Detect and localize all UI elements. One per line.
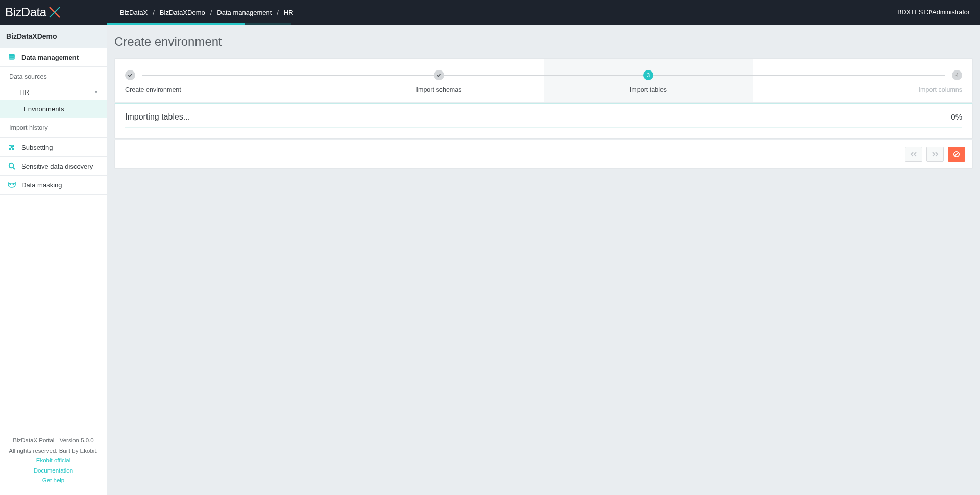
sidebar-item-sensitive-discovery[interactable]: Sensitive data discovery (0, 157, 107, 175)
search-icon (6, 162, 17, 170)
step-label: Create environment (125, 86, 334, 93)
step-import-columns: 4 Import columns (753, 70, 962, 93)
svg-point-4 (13, 184, 14, 185)
breadcrumb-sep: / (210, 9, 212, 16)
chevrons-right-icon (932, 151, 939, 157)
top-progress-indicator (107, 23, 291, 25)
sidebar-item-label: Data masking (21, 181, 62, 189)
sidebar-item-data-masking[interactable]: Data masking (0, 176, 107, 194)
sidebar-subhead-data-sources: Data sources (0, 67, 107, 84)
svg-point-3 (10, 184, 11, 185)
user-label[interactable]: BDXTEST3\Administrator (897, 9, 980, 16)
sidebar-item-data-management[interactable]: Data management (0, 48, 107, 66)
sidebar-item-label: Sensitive data discovery (21, 162, 93, 170)
breadcrumb-item[interactable]: Data management (217, 9, 272, 16)
breadcrumb-item[interactable]: HR (284, 9, 293, 16)
svg-line-6 (955, 153, 959, 156)
step-number-icon: 3 (643, 70, 653, 80)
logo-x-icon (47, 5, 62, 19)
wizard-actions-card (114, 140, 973, 169)
footer-version: BizDataX Portal - Version 5.0.0 (4, 436, 103, 446)
database-icon (6, 53, 17, 61)
progress-card: Importing tables... 0% (114, 103, 973, 139)
step-label: Import tables (544, 86, 753, 93)
sidebar-item-label: Subsetting (21, 144, 53, 151)
data-source-label: HR (19, 88, 29, 96)
step-check-icon (434, 70, 444, 80)
step-label: Import schemas (334, 86, 544, 93)
sidebar: BizDataXDemo Data management Data source… (0, 25, 107, 495)
chevrons-left-icon (910, 151, 917, 157)
breadcrumb-item[interactable]: BizDataX (120, 9, 148, 16)
footer-link-ekobit[interactable]: Ekobit official (4, 456, 103, 466)
svg-point-1 (9, 163, 13, 168)
step-import-schemas[interactable]: Import schemas (334, 70, 544, 93)
sidebar-item-label: Data management (21, 54, 79, 61)
wizard-steps: Create environment Import schemas 3 Impo… (125, 70, 962, 93)
sidebar-item-environments[interactable]: Environments (0, 100, 107, 118)
sidebar-data-source-hr[interactable]: HR ▾ (0, 84, 107, 100)
progress-status-text: Importing tables... (125, 112, 190, 122)
breadcrumb: BizDataX / BizDataXDemo / Data managemen… (107, 9, 293, 16)
progress-percent: 0% (951, 112, 962, 121)
breadcrumb-sep: / (153, 9, 155, 16)
wizard-steps-card: Create environment Import schemas 3 Impo… (114, 58, 973, 102)
cancel-button[interactable] (948, 147, 965, 162)
logo[interactable]: BizData (0, 5, 107, 19)
prev-button[interactable] (905, 147, 922, 162)
svg-line-2 (13, 167, 15, 169)
brand-text: BizData (5, 5, 46, 19)
step-check-icon (125, 70, 135, 80)
chevron-down-icon: ▾ (95, 89, 97, 95)
sidebar-item-import-history[interactable]: Import history (0, 118, 107, 137)
step-create-environment[interactable]: Create environment (125, 70, 334, 93)
breadcrumb-sep: / (277, 9, 279, 16)
sidebar-footer: BizDataX Portal - Version 5.0.0 All righ… (0, 427, 107, 495)
page-title: Create environment (114, 35, 973, 49)
topbar: BizData BizDataX / BizDataXDemo / Data m… (0, 0, 980, 25)
progress-bar (125, 127, 962, 128)
next-button[interactable] (926, 147, 944, 162)
project-name[interactable]: BizDataXDemo (0, 25, 107, 48)
footer-link-documentation[interactable]: Documentation (4, 466, 103, 476)
footer-link-help[interactable]: Get help (4, 476, 103, 486)
main-content: Create environment Create environment (107, 25, 980, 495)
step-import-tables[interactable]: 3 Import tables (544, 59, 753, 102)
breadcrumb-item[interactable]: BizDataXDemo (160, 9, 205, 16)
footer-copyright: All rights reserved. Built by Ekobit. (4, 446, 103, 456)
cancel-icon (953, 151, 960, 158)
sidebar-item-subsetting[interactable]: Subsetting (0, 138, 107, 156)
step-number-icon: 4 (952, 70, 962, 80)
puzzle-icon (6, 143, 17, 151)
mask-icon (6, 181, 17, 189)
step-label: Import columns (753, 86, 962, 93)
